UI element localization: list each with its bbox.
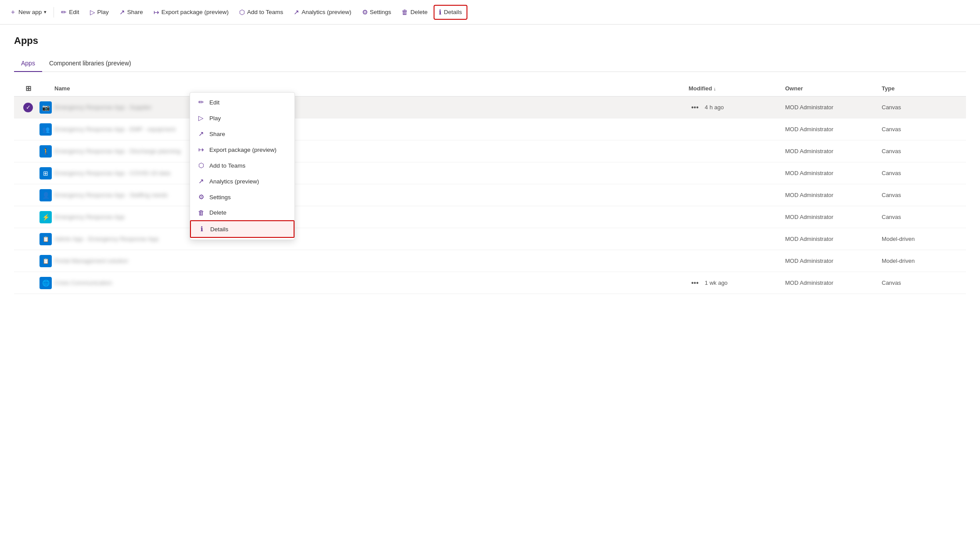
info-icon: ℹ: [198, 225, 206, 233]
app-icon: ⚡: [39, 211, 52, 223]
menu-item-delete[interactable]: 🗑 Delete: [190, 205, 294, 220]
plus-icon: ＋: [10, 8, 16, 16]
owner-col-header: Owner: [785, 85, 882, 92]
share-icon: ↗: [197, 130, 205, 138]
table-header: ⊞ Name Modified ↓ Owner Type: [14, 81, 966, 97]
app-icon-col: 👤: [37, 189, 54, 201]
app-name-col: Portal Management solution: [54, 258, 689, 264]
analytics-button[interactable]: ↗ Analytics (preview): [289, 6, 355, 19]
more-options-button[interactable]: •••: [689, 103, 701, 112]
modified-col-header: Modified ↓: [689, 85, 785, 92]
app-name-col: Crisis Communication: [54, 280, 689, 286]
owner-col: MOD Administrator: [785, 236, 882, 242]
chevron-down-icon: ▾: [44, 9, 47, 15]
menu-item-settings[interactable]: ⚙ Settings: [190, 189, 294, 205]
owner-col: MOD Administrator: [785, 148, 882, 154]
app-name: Emergency Response App - COVID-19 data: [54, 170, 170, 176]
row-check-1[interactable]: ✓: [19, 103, 37, 112]
app-icon: 👥: [39, 123, 52, 136]
analytics-icon: ↗: [294, 8, 299, 16]
menu-item-details[interactable]: ℹ Details: [190, 220, 294, 238]
table-row[interactable]: 🚶 Emergency Response App - Discharge pla…: [14, 140, 966, 162]
tab-apps[interactable]: Apps: [14, 55, 42, 72]
settings-button[interactable]: ⚙ Settings: [358, 6, 396, 19]
delete-icon: 🗑: [197, 209, 205, 216]
table-row[interactable]: 👤 Emergency Response App - Staffing need…: [14, 184, 966, 206]
play-button[interactable]: ▷ Play: [86, 6, 113, 19]
app-name-col: Emergency Response App - COVID-19 data: [54, 170, 689, 176]
app-name-col: Emergency Response App: [54, 214, 689, 220]
modified-col: ••• 4 h ago: [689, 103, 785, 112]
owner-col: MOD Administrator: [785, 192, 882, 198]
menu-item-edit[interactable]: ✏ Edit: [190, 94, 294, 110]
app-icon: 📋: [39, 233, 52, 245]
teams-icon: ⬡: [197, 161, 205, 169]
export-icon: ↦: [197, 146, 205, 154]
export-icon: ↦: [154, 8, 159, 16]
apps-table: ⊞ Name Modified ↓ Owner Type ✓ 📷 Emergen…: [14, 81, 966, 294]
info-icon: ℹ: [439, 8, 442, 16]
table-row[interactable]: ✓ 📷 Emergency Response App - Supplier ••…: [14, 97, 966, 118]
menu-item-export[interactable]: ↦ Export package (preview): [190, 142, 294, 158]
app-name: Emergency Response App - EMP - equipment: [54, 126, 176, 133]
app-icon: 📋: [39, 255, 52, 267]
app-name-col: Admin App - Emergency Response App: [54, 236, 689, 242]
type-col: Model-driven: [882, 236, 961, 242]
tab-component-libraries[interactable]: Component libraries (preview): [42, 55, 138, 72]
table-row[interactable]: 👥 Emergency Response App - EMP - equipme…: [14, 118, 966, 140]
teams-icon: ⬡: [239, 8, 245, 16]
delete-icon: 🗑: [402, 8, 408, 16]
app-name-col: Emergency Response App - Staffing needs: [54, 192, 689, 198]
play-icon: ▷: [197, 114, 205, 122]
play-icon: ▷: [90, 8, 95, 16]
app-name: Emergency Response App - Discharge plann…: [54, 148, 180, 154]
delete-button[interactable]: 🗑 Delete: [397, 6, 432, 18]
tabs-container: Apps Component libraries (preview): [14, 55, 966, 72]
edit-button[interactable]: ✏ Edit: [57, 6, 83, 19]
table-row[interactable]: ⊞ Emergency Response App - COVID-19 data…: [14, 162, 966, 184]
owner-col: MOD Administrator: [785, 126, 882, 133]
menu-item-analytics[interactable]: ↗ Analytics (preview): [190, 173, 294, 189]
owner-col: MOD Administrator: [785, 280, 882, 286]
type-col: Canvas: [882, 280, 961, 286]
main-content: Apps Apps Component libraries (preview) …: [0, 25, 980, 305]
details-button[interactable]: ℹ Details: [434, 5, 467, 20]
app-name: Emergency Response App: [54, 214, 125, 220]
add-to-teams-button[interactable]: ⬡ Add to Teams: [235, 6, 287, 19]
type-col: Canvas: [882, 104, 961, 111]
modified-col: ••• 1 wk ago: [689, 278, 785, 288]
table-row[interactable]: 📋 Admin App - Emergency Response App MOD…: [14, 228, 966, 250]
app-name-col: Emergency Response App - EMP - equipment: [54, 126, 689, 133]
type-col: Canvas: [882, 192, 961, 198]
analytics-icon: ↗: [197, 177, 205, 185]
menu-item-share[interactable]: ↗ Share: [190, 126, 294, 142]
app-icon: 🌐: [39, 277, 52, 289]
pencil-icon: ✏: [197, 98, 205, 106]
page-title: Apps: [14, 35, 966, 47]
type-col: Canvas: [882, 148, 961, 154]
type-col: Canvas: [882, 170, 961, 176]
sort-arrow: ↓: [714, 86, 716, 91]
app-name-col: Emergency Response App - Supplier: [54, 104, 689, 111]
table-row[interactable]: 📋 Portal Management solution MOD Adminis…: [14, 250, 966, 272]
table-row[interactable]: ⚡ Emergency Response App MOD Administrat…: [14, 206, 966, 228]
app-icon-col: 🌐: [37, 277, 54, 289]
table-row[interactable]: 🌐 Crisis Communication ••• 1 wk ago MOD …: [14, 272, 966, 294]
app-name: Admin App - Emergency Response App: [54, 236, 158, 242]
app-icon-col: 📋: [37, 233, 54, 245]
menu-item-play[interactable]: ▷ Play: [190, 110, 294, 126]
export-button[interactable]: ↦ Export package (preview): [149, 6, 233, 19]
app-icon-col: 📷: [37, 101, 54, 114]
app-name-col: Emergency Response App - Discharge plann…: [54, 148, 689, 154]
app-name: Emergency Response App - Supplier: [54, 104, 151, 111]
menu-item-addtoteams[interactable]: ⬡ Add to Teams: [190, 158, 294, 173]
modified-time: 4 h ago: [705, 104, 724, 111]
app-icon: 🚶: [39, 145, 52, 158]
share-button[interactable]: ↗ Share: [115, 6, 147, 19]
type-col: Model-driven: [882, 258, 961, 264]
new-app-button[interactable]: ＋ New app ▾: [5, 5, 51, 19]
more-options-button[interactable]: •••: [689, 278, 701, 288]
settings-icon: ⚙: [197, 193, 205, 201]
modified-time: 1 wk ago: [705, 280, 728, 286]
app-icon-col: ⚡: [37, 211, 54, 223]
